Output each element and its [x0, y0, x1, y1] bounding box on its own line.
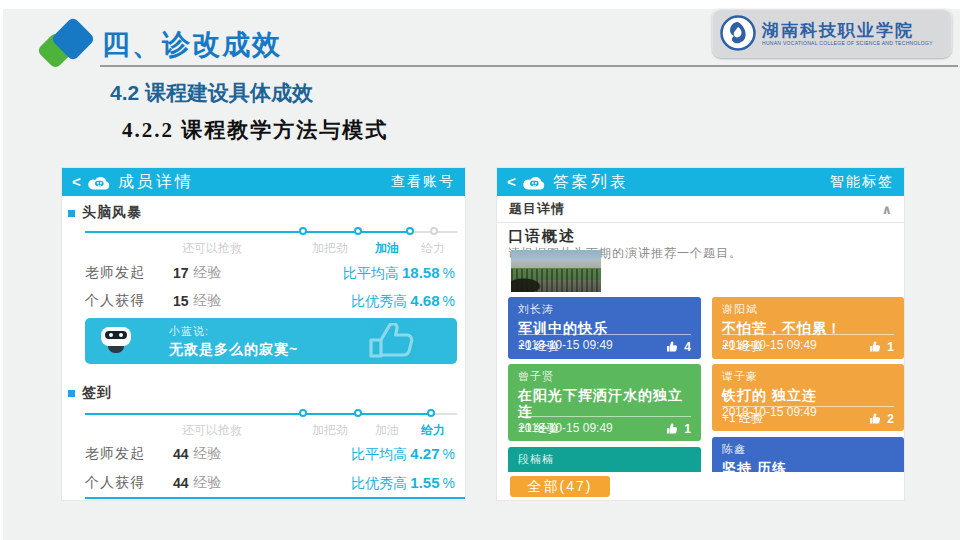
exp-badge: +1 经验 [722, 338, 763, 355]
like-count: 1 [684, 422, 691, 436]
checkin-progress-track [85, 413, 457, 415]
brainstorm-section-title: 头脑风暴 [82, 204, 142, 222]
row-stat: 比平均高18.58% [343, 264, 455, 283]
scale-label: 加把劲 [312, 422, 348, 439]
app-cloud-mascot-icon [87, 174, 111, 191]
section-subtitle: 4.2 课程建设具体成效 [110, 79, 313, 107]
like-count: 4 [684, 340, 691, 354]
checkin-progress-fill [85, 413, 435, 415]
row-unit: 经验 [194, 264, 222, 282]
school-emblem-icon [720, 15, 756, 51]
progress-knob [354, 409, 362, 417]
progress-knob [427, 409, 435, 417]
progress-knob [354, 227, 362, 235]
row-label: 个人获得 [85, 474, 173, 492]
stat-row: 个人获得 15 经验 比优秀高4.68% [85, 291, 455, 311]
thumb-up-icon [869, 340, 882, 353]
answer-card[interactable]: 曾子贤 在阳光下挥洒汗水的独立连 2018-10-15 09:49 +1 经验 … [508, 364, 701, 441]
title-underline [100, 65, 958, 67]
school-logo: 湖南科技职业学院 HUNAN VOCATIONAL COLLEGE OF SCI… [712, 8, 952, 58]
banner-message: 无敌是多么的寂寞~ [169, 341, 298, 359]
like-button[interactable]: 1 [666, 422, 691, 436]
answer-card[interactable]: 刘长涛 军训中的快乐 2018-10-15 09:49 +1 经验 4 [508, 297, 701, 359]
card-footer: +1 经验 4 [518, 334, 691, 355]
row-label: 老师发起 [85, 264, 173, 282]
student-name: 曾子贤 [518, 369, 691, 384]
student-name: 谭子豪 [722, 369, 894, 384]
thumb-up-icon [666, 340, 679, 353]
stat-row: 个人获得 44 经验 比优秀高1.55% [85, 473, 455, 493]
student-name: 刘长涛 [518, 302, 691, 317]
row-unit: 经验 [194, 445, 222, 463]
thumb-up-icon [666, 422, 679, 435]
student-name: 谢阳斌 [722, 302, 894, 317]
school-name-block: 湖南科技职业学院 HUNAN VOCATIONAL COLLEGE OF SCI… [762, 21, 933, 46]
member-detail-screenshot: < 成员详情 查看账号 头脑风暴 还可以抢救 加把劲 加油 给力 老师发起 [62, 168, 465, 500]
like-count: 2 [887, 412, 894, 426]
progress-knob [299, 227, 307, 235]
brainstorm-progress-track [85, 231, 457, 233]
question-title: 口语概述 [508, 227, 576, 246]
answer-card[interactable]: 谭子豪 铁打的 独立连 2018-10-15 09:49 +1 经验 2 [712, 364, 904, 431]
row-value: 44 [173, 446, 189, 462]
card-footer: +1 经验 1 [518, 416, 691, 437]
member-app-header: < 成员详情 查看账号 [62, 168, 465, 196]
progress-knob [299, 409, 307, 417]
row-label: 个人获得 [85, 292, 173, 310]
scale-label: 还可以抢救 [182, 240, 242, 257]
like-button[interactable]: 1 [869, 340, 894, 354]
section-subsubtitle: 4.2.2 课程教学方法与模式 [122, 116, 388, 144]
scale-label: 给力 [421, 240, 445, 257]
section-bullet [68, 210, 75, 217]
section-divider [85, 497, 465, 499]
all-answers-button[interactable]: 全部(47) [510, 476, 610, 497]
like-button[interactable]: 2 [869, 412, 894, 426]
school-name-en: HUNAN VOCATIONAL COLLEGE OF SCIENCE AND … [762, 40, 933, 46]
page-title: 四、诊改成效 [102, 26, 282, 64]
member-app-title: 成员详情 [118, 172, 194, 193]
banner-speaker: 小蓝说: [169, 324, 298, 339]
row-stat: 比优秀高4.68% [351, 292, 455, 311]
answer-app-header: < 答案列表 智能标签 [497, 168, 904, 196]
slide: 四、诊改成效 4.2 课程建设具体成效 4.2.2 课程教学方法与模式 湖南科技… [0, 0, 960, 540]
row-stat: 比优秀高1.55% [351, 474, 455, 493]
card-footer: +1 经验 2 [722, 406, 894, 427]
scale-label: 还可以抢救 [182, 422, 242, 439]
row-unit: 经验 [194, 292, 222, 310]
row-stat: 比平均高4.27% [351, 445, 455, 464]
app-cloud-mascot-icon [522, 174, 546, 191]
question-detail-bar[interactable]: 题目详情 ∧ [497, 196, 904, 223]
back-icon[interactable]: < [507, 168, 516, 196]
back-icon[interactable]: < [72, 168, 81, 196]
thumb-up-icon [869, 412, 882, 425]
list-footer: 全部(47) [497, 472, 904, 500]
checkin-section-title: 签到 [82, 384, 112, 402]
answer-text: 铁打的 独立连 [722, 387, 894, 403]
mascot-banner: 小蓝说: 无敌是多么的寂寞~ [85, 318, 457, 364]
row-value: 17 [173, 265, 189, 281]
progress-knob [406, 227, 414, 235]
stat-row: 老师发起 17 经验 比平均高18.58% [85, 263, 455, 283]
answer-text: 在阳光下挥洒汗水的独立连 [518, 387, 691, 419]
school-name-cn: 湖南科技职业学院 [762, 21, 933, 40]
section-bullet [68, 390, 75, 397]
banner-text: 小蓝说: 无敌是多么的寂寞~ [169, 324, 298, 359]
chevron-up-icon[interactable]: ∧ [881, 202, 892, 217]
robot-mascot-icon [99, 327, 133, 354]
like-button[interactable]: 4 [666, 340, 691, 354]
exp-badge: +1 经验 [518, 338, 559, 355]
answer-card[interactable]: 谢阳斌 不怕苦，不怕累！ 2018-10-15 09:49 +1 经验 1 [712, 297, 904, 359]
row-unit: 经验 [194, 474, 222, 492]
scale-label: 加油 [375, 422, 399, 439]
progress-knob [430, 227, 438, 235]
student-name: 段楠楠 [518, 452, 691, 467]
exp-badge: +1 经验 [518, 420, 559, 437]
thumb-up-outline-icon [365, 323, 451, 359]
view-account-button[interactable]: 查看账号 [391, 173, 455, 191]
row-value: 44 [173, 475, 189, 491]
scale-label-active: 加油 [375, 240, 399, 257]
question-photo-thumbnail[interactable] [511, 250, 601, 292]
stat-row: 老师发起 44 经验 比平均高4.27% [85, 444, 455, 464]
smart-tag-button[interactable]: 智能标签 [830, 173, 894, 191]
row-value: 15 [173, 293, 189, 309]
